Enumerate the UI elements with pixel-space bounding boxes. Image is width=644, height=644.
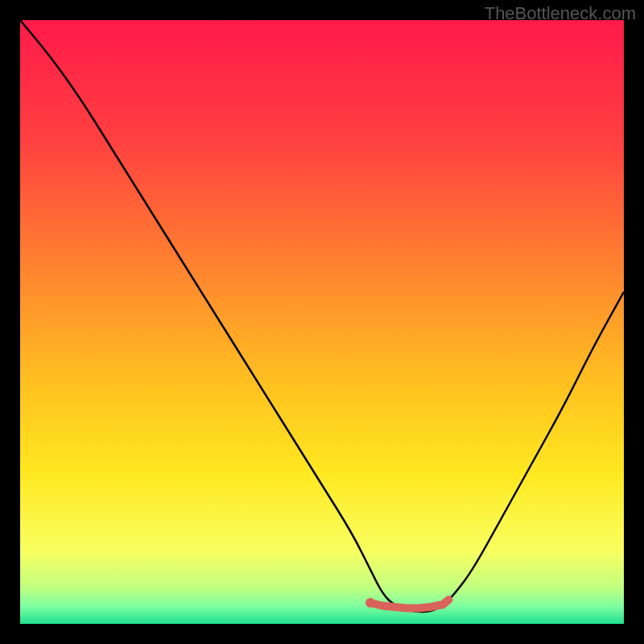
optimal-start-dot — [365, 598, 375, 608]
watermark-text: TheBottleneck.com — [485, 3, 636, 24]
optimal-range-marker — [370, 600, 449, 609]
chart-lines — [20, 20, 624, 624]
plot-area — [20, 20, 624, 624]
bottleneck-curve — [20, 20, 624, 612]
